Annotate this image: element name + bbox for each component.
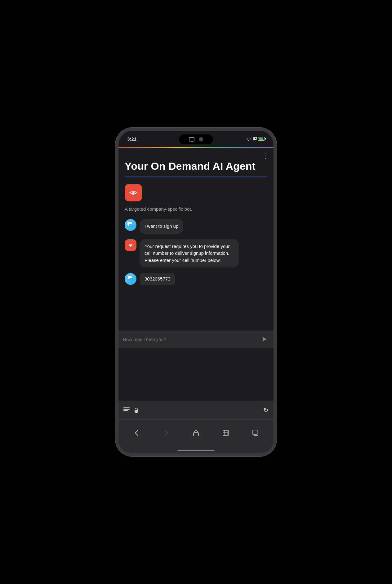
- forward-icon: [164, 430, 168, 436]
- send-icon: [261, 336, 267, 342]
- bot-avatar: [125, 239, 136, 251]
- bot-message-bubble: Your request requires you to provide you…: [140, 239, 239, 268]
- battery-fill: [259, 137, 263, 140]
- svg-rect-8: [123, 407, 130, 408]
- chat-area[interactable]: Your On Demand AI Agent A targeted compa…: [118, 148, 274, 401]
- battery-level: 82: [253, 137, 257, 141]
- send-button[interactable]: [259, 334, 269, 344]
- status-icons: 82: [246, 137, 265, 141]
- message-row: Your request requires you to provide you…: [125, 239, 267, 268]
- share-icon: [193, 429, 199, 436]
- chat-input[interactable]: [123, 337, 256, 342]
- app-icon-row: [125, 184, 267, 201]
- reader-mode-icon[interactable]: [123, 407, 130, 413]
- speech-bubble-icon: [127, 222, 134, 228]
- lock-icon: [134, 407, 138, 413]
- message-row: I want to sign up: [125, 219, 267, 234]
- message-row: 3032065773: [125, 273, 267, 285]
- battery-shape: [258, 137, 265, 141]
- svg-rect-15: [253, 430, 257, 434]
- camera-icon: [199, 137, 203, 142]
- svg-rect-9: [123, 409, 130, 410]
- phone-number-bubble: 3032065773: [140, 273, 175, 285]
- bottom-nav: [118, 419, 274, 453]
- svg-rect-11: [135, 410, 138, 413]
- user-avatar: [125, 219, 136, 231]
- svg-rect-10: [123, 410, 128, 411]
- app-logo-icon: [127, 187, 139, 199]
- bot-message-text: Your request requires you to provide you…: [145, 244, 230, 263]
- bot-logo-icon: [127, 241, 135, 249]
- tabs-icon: [252, 430, 259, 436]
- status-time: 3:21: [127, 136, 136, 142]
- app-icon: [125, 184, 142, 201]
- home-indicator: [177, 450, 215, 451]
- user-message-bubble: I want to sign up: [140, 219, 183, 234]
- user-message-text: I want to sign up: [145, 223, 178, 229]
- back-icon: [135, 430, 138, 436]
- input-bar: [118, 330, 274, 348]
- title-underline: [125, 177, 267, 177]
- share-button[interactable]: [189, 426, 203, 440]
- back-button[interactable]: [130, 426, 143, 440]
- app-subtitle: A targeted company-specific bot.: [125, 206, 267, 212]
- screen-mirroring-icon: [189, 137, 194, 142]
- user-avatar-2: [125, 273, 136, 285]
- top-color-bar: [118, 147, 274, 148]
- svg-rect-13: [223, 430, 229, 435]
- page-title: Your On Demand AI Agent: [125, 160, 267, 172]
- forward-button[interactable]: [159, 426, 173, 440]
- refresh-button[interactable]: ↻: [263, 407, 269, 414]
- browser-bar: ↻: [118, 401, 274, 419]
- speech-bubble-icon-2: [127, 276, 134, 282]
- wifi-icon: [246, 137, 251, 141]
- svg-rect-3: [129, 224, 133, 227]
- battery-indicator: 82: [253, 137, 265, 141]
- phone-frame: 3:21 82 ⋮ Your On Demand AI Agen: [115, 128, 277, 456]
- svg-rect-7: [129, 278, 133, 281]
- dynamic-island: [179, 134, 213, 144]
- bookmarks-button[interactable]: [219, 426, 233, 440]
- bookmarks-icon: [223, 430, 229, 436]
- screen-content: ⋮ Your On Demand AI Agent A targeted: [118, 148, 274, 401]
- tabs-button[interactable]: [249, 426, 262, 440]
- phone-number-text: 3032065773: [145, 276, 170, 281]
- more-menu-button[interactable]: ⋮: [262, 152, 269, 159]
